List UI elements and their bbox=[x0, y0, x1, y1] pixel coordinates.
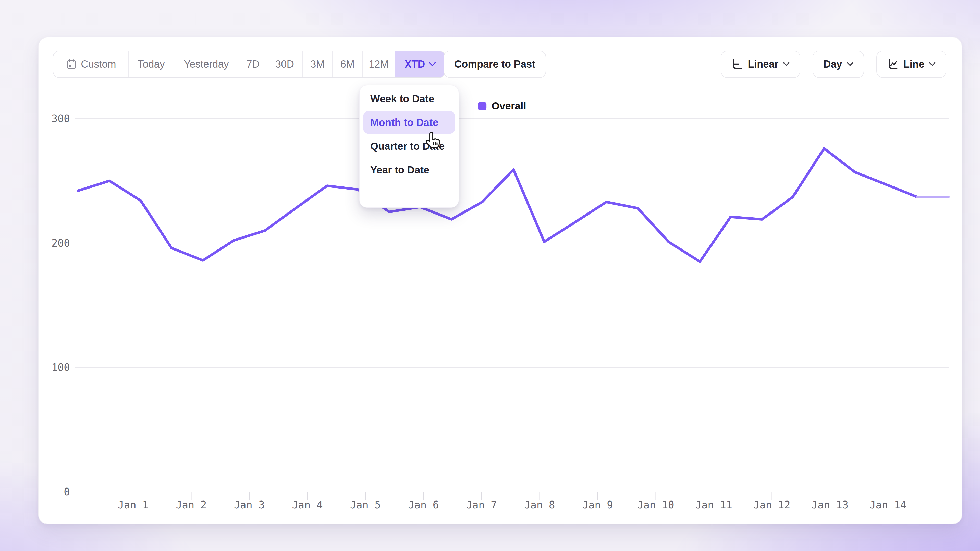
svg-text:Jan 10: Jan 10 bbox=[637, 499, 674, 511]
svg-text:Jan 5: Jan 5 bbox=[350, 499, 381, 511]
chart-card: Custom Today Yesterday 7D 30D 3M 6M 12M … bbox=[38, 37, 962, 524]
svg-text:100: 100 bbox=[52, 362, 70, 373]
line-chart: 0100200300Jan 1Jan 2Jan 3Jan 4Jan 5Jan 6… bbox=[39, 38, 963, 525]
svg-text:Jan 11: Jan 11 bbox=[695, 499, 732, 511]
xtd-dropdown-menu: Week to Date Month to Date Quarter to Da… bbox=[360, 85, 459, 208]
menu-item-week-to-date[interactable]: Week to Date bbox=[363, 87, 455, 110]
menu-item-month-to-date[interactable]: Month to Date bbox=[363, 111, 455, 134]
svg-text:Jan 9: Jan 9 bbox=[582, 499, 613, 511]
cursor-pointer-icon bbox=[423, 131, 441, 152]
svg-text:Jan 14: Jan 14 bbox=[870, 499, 907, 511]
menu-item-label: Year to Date bbox=[370, 164, 429, 176]
svg-text:Jan 3: Jan 3 bbox=[234, 499, 265, 511]
svg-text:Jan 7: Jan 7 bbox=[466, 499, 497, 511]
svg-text:200: 200 bbox=[52, 237, 70, 249]
svg-text:0: 0 bbox=[64, 486, 70, 498]
menu-item-label: Week to Date bbox=[370, 93, 434, 105]
svg-text:Jan 8: Jan 8 bbox=[524, 499, 555, 511]
menu-item-quarter-to-date[interactable]: Quarter to Date bbox=[363, 135, 455, 158]
menu-item-label: Month to Date bbox=[370, 117, 438, 128]
svg-text:Jan 4: Jan 4 bbox=[292, 499, 323, 511]
svg-text:Jan 12: Jan 12 bbox=[753, 499, 791, 511]
menu-item-year-to-date[interactable]: Year to Date bbox=[363, 159, 455, 181]
svg-text:300: 300 bbox=[52, 113, 70, 124]
svg-text:Jan 1: Jan 1 bbox=[118, 499, 148, 511]
svg-text:Jan 6: Jan 6 bbox=[408, 499, 439, 511]
svg-text:Jan 13: Jan 13 bbox=[811, 499, 849, 511]
svg-text:Jan 2: Jan 2 bbox=[176, 499, 207, 511]
